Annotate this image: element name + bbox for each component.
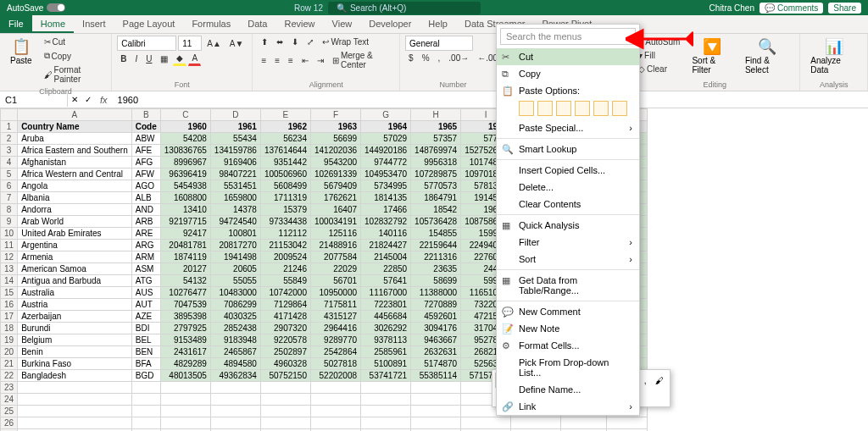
cell[interactable]: Andorra — [18, 204, 132, 216]
cell[interactable] — [160, 394, 210, 406]
cell[interactable]: 21246 — [260, 263, 310, 275]
cell[interactable]: 97334438 — [260, 216, 310, 228]
cell[interactable]: BEN — [131, 346, 160, 358]
cell[interactable]: 2797925 — [160, 323, 210, 334]
cell[interactable]: 2632631 — [411, 346, 461, 358]
cell[interactable]: 107289875 — [411, 169, 461, 180]
cell[interactable]: 144920186 — [361, 145, 411, 157]
cell[interactable]: 112112 — [260, 228, 310, 240]
cell[interactable]: 4171428 — [260, 311, 310, 323]
cell[interactable]: 5027818 — [310, 358, 360, 370]
cell[interactable] — [131, 406, 160, 417]
menu-new-comment[interactable]: 💬New Comment — [497, 303, 639, 320]
cell[interactable] — [310, 382, 360, 394]
cell[interactable]: 57641 — [361, 275, 411, 287]
col-header-B[interactable]: B — [131, 109, 160, 121]
cell[interactable]: Africa Western and Central — [18, 169, 132, 180]
tab-home[interactable]: Home — [32, 15, 74, 33]
cell[interactable]: 4960328 — [260, 358, 310, 370]
copy-button[interactable]: ⧉Copy — [41, 49, 107, 63]
cell[interactable]: BFA — [131, 358, 160, 370]
cell[interactable]: BGD — [131, 370, 160, 382]
row-header-10[interactable]: 10 — [1, 228, 18, 240]
header-cell[interactable]: 1963 — [310, 121, 360, 133]
cell[interactable]: 154855 — [411, 228, 461, 240]
number-format-select[interactable] — [405, 36, 473, 51]
cell[interactable]: 2542864 — [310, 346, 360, 358]
cell[interactable]: 4456684 — [361, 311, 411, 323]
cell[interactable]: 21153042 — [260, 240, 310, 251]
cell[interactable]: AZE — [131, 311, 160, 323]
cell[interactable]: 4829289 — [160, 358, 210, 370]
menu-insert-copied[interactable]: Insert Copied Cells... — [497, 162, 639, 179]
cell[interactable]: 7047539 — [160, 299, 210, 311]
tab-file[interactable]: File — [0, 15, 32, 33]
col-header-H[interactable]: H — [411, 109, 461, 121]
cell[interactable]: 2852438 — [210, 323, 260, 334]
cell[interactable]: 134159786 — [210, 145, 260, 157]
cell[interactable]: 2077584 — [310, 251, 360, 263]
cell[interactable] — [310, 406, 360, 417]
cell[interactable]: 55434 — [210, 133, 260, 145]
cell[interactable]: ARM — [131, 251, 160, 263]
row-header-23[interactable]: 23 — [1, 382, 18, 394]
comma-button[interactable]: , — [435, 52, 444, 64]
cell[interactable]: Albania — [18, 192, 132, 204]
cell[interactable]: 141202036 — [310, 145, 360, 157]
cell[interactable]: 20481781 — [160, 240, 210, 251]
menu-new-note[interactable]: 📝New Note — [497, 320, 639, 337]
cell[interactable]: 7175811 — [310, 299, 360, 311]
row-header-11[interactable]: 11 — [1, 240, 18, 251]
mini-comma[interactable]: , — [641, 374, 650, 387]
row-header-6[interactable]: 6 — [1, 180, 18, 192]
cell[interactable] — [411, 394, 461, 406]
cell[interactable] — [210, 406, 260, 417]
cell[interactable]: 5454938 — [160, 180, 210, 192]
cell[interactable]: 9463667 — [411, 334, 461, 346]
cell[interactable]: 20127 — [160, 263, 210, 275]
cell[interactable]: 49362834 — [210, 370, 260, 382]
header-cell[interactable]: Code — [131, 121, 160, 133]
wrap-text-button[interactable]: ↩ Wrap Text — [319, 36, 372, 48]
row-header-22[interactable]: 22 — [1, 370, 18, 382]
cell[interactable]: 14378 — [210, 204, 260, 216]
cell[interactable]: 105736428 — [411, 216, 461, 228]
tab-insert[interactable]: Insert — [74, 15, 114, 33]
cell[interactable]: Benin — [18, 346, 132, 358]
cell[interactable]: 17466 — [361, 204, 411, 216]
menu-delete[interactable]: Delete... — [497, 179, 639, 196]
cell[interactable] — [411, 382, 461, 394]
cell[interactable]: Azerbaijan — [18, 311, 132, 323]
col-header-C[interactable]: C — [160, 109, 210, 121]
cell[interactable]: 10950000 — [310, 287, 360, 299]
cell[interactable]: 5531451 — [210, 180, 260, 192]
cell[interactable]: 10742000 — [260, 287, 310, 299]
cell[interactable]: 23635 — [411, 263, 461, 275]
row-header-20[interactable]: 20 — [1, 346, 18, 358]
cell[interactable]: 54208 — [160, 133, 210, 145]
cell[interactable]: 55055 — [210, 275, 260, 287]
cell[interactable]: 9153489 — [160, 334, 210, 346]
cell[interactable]: 2009524 — [260, 251, 310, 263]
menu-define-name[interactable]: Define Name... — [497, 381, 639, 398]
paste-option-6[interactable] — [612, 101, 627, 116]
row-header-1[interactable]: 1 — [1, 121, 18, 133]
cell[interactable]: 7129864 — [260, 299, 310, 311]
row-header-18[interactable]: 18 — [1, 323, 18, 334]
cell[interactable]: 57029 — [361, 133, 411, 145]
cell[interactable]: 1814135 — [361, 192, 411, 204]
cell[interactable]: 48013505 — [160, 370, 210, 382]
cell[interactable]: 22850 — [361, 263, 411, 275]
cell[interactable]: ARG — [131, 240, 160, 251]
tab-formulas[interactable]: Formulas — [183, 15, 239, 33]
row-header-25[interactable]: 25 — [1, 406, 18, 417]
cell[interactable]: AFG — [131, 157, 160, 169]
cell[interactable] — [411, 406, 461, 417]
cell[interactable] — [461, 417, 511, 429]
cell[interactable]: Burundi — [18, 323, 132, 334]
cell[interactable]: 56699 — [310, 133, 360, 145]
paste-option-3[interactable] — [556, 101, 571, 116]
cell[interactable]: BDI — [131, 323, 160, 334]
cell[interactable]: 55385114 — [411, 370, 461, 382]
cell[interactable]: 7086299 — [210, 299, 260, 311]
